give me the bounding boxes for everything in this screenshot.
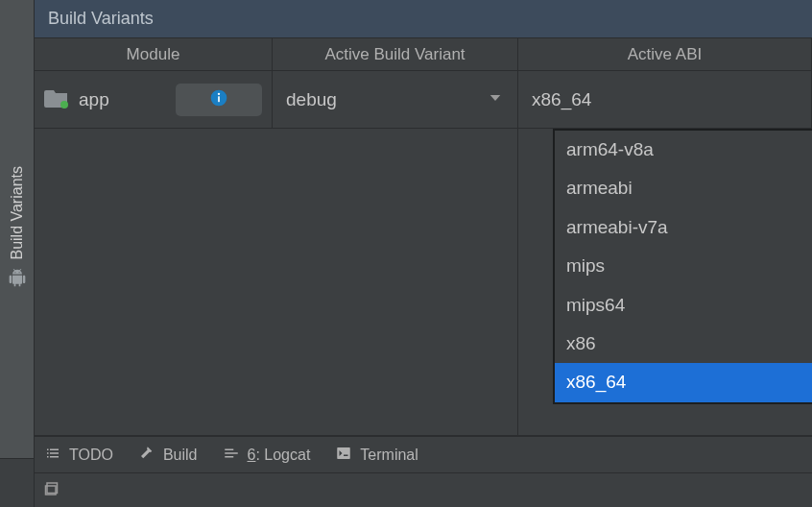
android-icon xyxy=(8,269,27,292)
panel-title-bar: Build Variants xyxy=(35,0,812,38)
tool-terminal[interactable]: Terminal xyxy=(335,445,418,466)
sidebar-bottom-spacer xyxy=(0,459,34,507)
chevron-down-icon xyxy=(487,89,504,110)
window-icon[interactable] xyxy=(44,480,61,501)
cell-variant[interactable]: debug xyxy=(273,71,518,128)
sidebar-tab-build-variants[interactable]: Build Variants xyxy=(0,0,34,459)
tool-build[interactable]: Build xyxy=(138,445,198,466)
svg-point-1 xyxy=(60,101,68,109)
abi-option[interactable]: x86_64 xyxy=(555,363,812,401)
bottom-tool-strip: TODO Build 6: Logcat Terminal xyxy=(35,436,812,472)
abi-option[interactable]: armeabi xyxy=(555,169,812,207)
info-icon xyxy=(209,88,228,111)
column-headers: Module Active Build Variant Active ABI xyxy=(35,38,812,71)
panel-body-left xyxy=(35,129,518,435)
abi-option[interactable]: mips xyxy=(555,247,812,285)
list-icon xyxy=(44,445,61,466)
settings-button[interactable] xyxy=(741,6,768,33)
svg-point-4 xyxy=(218,92,220,94)
cell-module[interactable]: app xyxy=(35,71,273,128)
variant-value: debug xyxy=(286,89,479,110)
tool-logcat-label: 6: Logcat xyxy=(248,447,311,464)
column-header-variant[interactable]: Active Build Variant xyxy=(273,38,518,70)
cell-abi[interactable]: x86_64 xyxy=(518,71,812,128)
abi-option[interactable]: arm64-v8a xyxy=(555,131,812,169)
left-tool-strip: Build Variants xyxy=(0,0,35,507)
column-header-module[interactable]: Module xyxy=(35,38,273,70)
module-folder-icon xyxy=(44,87,69,112)
table-row: app debug x86_64 xyxy=(35,71,812,129)
tool-logcat[interactable]: 6: Logcat xyxy=(223,445,311,466)
terminal-icon xyxy=(335,445,352,466)
tool-terminal-label: Terminal xyxy=(360,447,418,464)
statusbar xyxy=(35,472,812,507)
sidebar-tab-label: Build Variants xyxy=(9,166,26,260)
abi-option[interactable]: mips64 xyxy=(555,286,812,325)
tool-build-label: Build xyxy=(163,447,198,464)
column-header-abi[interactable]: Active ABI xyxy=(518,38,812,70)
svg-rect-3 xyxy=(218,96,220,102)
abi-value: x86_64 xyxy=(532,89,591,110)
module-info-badge[interactable] xyxy=(176,84,262,116)
panel-title: Build Variants xyxy=(48,9,154,29)
abi-option[interactable]: x86 xyxy=(555,325,812,363)
module-name: app xyxy=(79,89,109,110)
logcat-icon xyxy=(223,445,240,466)
hammer-icon xyxy=(138,445,155,466)
svg-rect-5 xyxy=(338,447,351,459)
abi-option[interactable]: armeabi-v7a xyxy=(555,208,812,247)
minimize-button[interactable] xyxy=(772,6,799,33)
tool-todo[interactable]: TODO xyxy=(44,445,113,466)
tool-todo-label: TODO xyxy=(69,447,113,464)
abi-dropdown[interactable]: arm64-v8aarmeabiarmeabi-v7amipsmips64x86… xyxy=(553,129,812,404)
